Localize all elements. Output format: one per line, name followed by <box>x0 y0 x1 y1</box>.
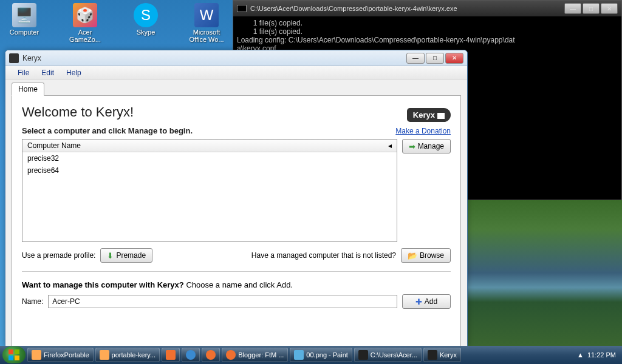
computer-list[interactable]: Computer Name ◂ precise32 precise64 <box>22 139 397 242</box>
minimize-button[interactable]: — <box>564 3 581 14</box>
firefox-icon <box>226 350 236 360</box>
tab-panel-home: Welcome to Keryx! Keryx Select a compute… <box>12 95 461 350</box>
premade-button[interactable]: ⬇ Premade <box>100 248 152 263</box>
folder-icon <box>100 350 109 360</box>
divider <box>22 271 451 272</box>
media-player-icon <box>166 350 176 360</box>
start-button[interactable] <box>2 346 26 363</box>
cmd-icon <box>237 5 247 12</box>
list-header[interactable]: Computer Name ◂ <box>22 140 397 152</box>
list-item[interactable]: precise64 <box>22 164 397 177</box>
premade-button-label: Premade <box>116 251 146 260</box>
wallpaper-scenery <box>468 200 622 346</box>
menubar: File Edit Help <box>5 66 467 79</box>
browse-button[interactable]: 📂 Browse <box>401 248 451 263</box>
desktop-icon-word[interactable]: W Microsoft Office Wo... <box>185 3 228 43</box>
maximize-button[interactable]: □ <box>426 53 444 64</box>
menu-file[interactable]: File <box>12 67 35 78</box>
browse-button-label: Browse <box>420 251 444 260</box>
desktop-icon-skype[interactable]: S Skype <box>125 3 167 43</box>
plus-icon: ✚ <box>415 297 422 306</box>
keryx-icon <box>428 350 437 360</box>
taskbar-item-firefoxportable[interactable]: FirefoxPortable <box>27 348 94 362</box>
list-header-label: Computer Name <box>27 141 81 150</box>
tray-expand-icon[interactable]: ▲ <box>577 351 584 359</box>
menu-edit[interactable]: Edit <box>35 67 60 78</box>
taskbar-item-portable-keryx[interactable]: portable-kery... <box>95 348 160 362</box>
paint-icon <box>294 350 304 360</box>
folder-icon <box>32 350 41 360</box>
taskbar: FirefoxPortable portable-kery... Blogger… <box>0 346 622 364</box>
close-button[interactable]: ✕ <box>601 3 618 14</box>
word-icon: W <box>194 3 219 27</box>
add-computer-heading: Want to manage this computer with Keryx?… <box>22 280 451 289</box>
make-donation-link[interactable]: Make a Donation <box>395 127 451 135</box>
gamezone-icon: 🎲 <box>73 3 97 27</box>
svg-rect-2 <box>9 356 13 360</box>
svg-rect-3 <box>15 356 19 360</box>
svg-rect-0 <box>9 349 13 354</box>
keryx-titlebar[interactable]: Keryx — □ ✕ <box>5 50 467 66</box>
cmd-icon <box>358 350 368 360</box>
cmd-title-text: C:\Users\Acer\Downloads\Compressed\porta… <box>250 5 457 12</box>
close-button[interactable]: ✕ <box>445 53 463 64</box>
name-field-label: Name: <box>22 297 43 306</box>
keryx-window[interactable]: Keryx — □ ✕ File Edit Help Home Welcome … <box>5 50 468 347</box>
desktop-icon-label: Skype <box>137 29 156 36</box>
browse-label: Have a managed computer that is not list… <box>251 251 396 260</box>
select-computer-label: Select a computer and click Manage to be… <box>22 126 193 135</box>
folder-icon: 📂 <box>408 251 417 260</box>
taskbar-item-blogger[interactable]: Blogger: FtM ... <box>222 348 288 362</box>
skype-icon: S <box>134 3 158 27</box>
maximize-button[interactable]: □ <box>583 3 600 14</box>
premade-profile-label: Use a premade profile: <box>22 251 95 260</box>
add-button[interactable]: ✚ Add <box>402 294 451 309</box>
arrow-right-icon: ➡ <box>409 142 415 151</box>
taskbar-item-paint[interactable]: 00.png - Paint <box>290 348 352 362</box>
manage-button[interactable]: ➡ Manage <box>402 139 451 153</box>
manage-button-label: Manage <box>418 142 444 150</box>
sort-indicator-icon: ◂ <box>388 141 392 150</box>
minimize-button[interactable]: — <box>406 53 425 64</box>
svg-rect-1 <box>15 349 19 354</box>
add-button-label: Add <box>425 297 437 306</box>
keryx-logo-badge: Keryx <box>407 108 451 122</box>
windows-logo-icon <box>8 349 20 361</box>
menu-help[interactable]: Help <box>60 67 87 78</box>
taskbar-item-keryx[interactable]: Keryx <box>423 348 461 362</box>
cmd-titlebar[interactable]: C:\Users\Acer\Downloads\Compressed\porta… <box>233 1 621 16</box>
name-input[interactable] <box>48 295 397 308</box>
taskbar-item-firefox[interactable] <box>202 348 220 362</box>
desktop-icon-label: Computer <box>10 29 39 36</box>
desktop-icon-label: Acer GameZo... <box>64 29 106 43</box>
welcome-heading: Welcome to Keryx! <box>22 104 451 120</box>
tabstrip: Home <box>5 79 467 95</box>
system-tray: ▲ 11:22 PM <box>577 351 620 359</box>
firefox-icon <box>206 350 216 360</box>
desktop-icon-computer[interactable]: 🖥️ Computer <box>3 3 46 43</box>
taskbar-item-ie[interactable] <box>182 348 200 362</box>
clock[interactable]: 11:22 PM <box>587 351 616 359</box>
desktop-icon-acer-gamezone[interactable]: 🎲 Acer GameZo... <box>64 3 106 43</box>
computer-icon: 🖥️ <box>12 3 36 27</box>
arrow-down-icon: ⬇ <box>107 251 114 260</box>
taskbar-item-wmp[interactable] <box>162 348 180 362</box>
taskbar-item-cmd[interactable]: C:\Users\Acer... <box>354 348 422 362</box>
ie-icon <box>186 350 196 360</box>
keryx-title-text: Keryx <box>22 54 41 62</box>
desktop-icon-label: Microsoft Office Wo... <box>185 29 228 43</box>
keryx-app-icon <box>9 53 19 63</box>
tab-home[interactable]: Home <box>12 83 44 96</box>
list-item[interactable]: precise32 <box>22 152 397 164</box>
